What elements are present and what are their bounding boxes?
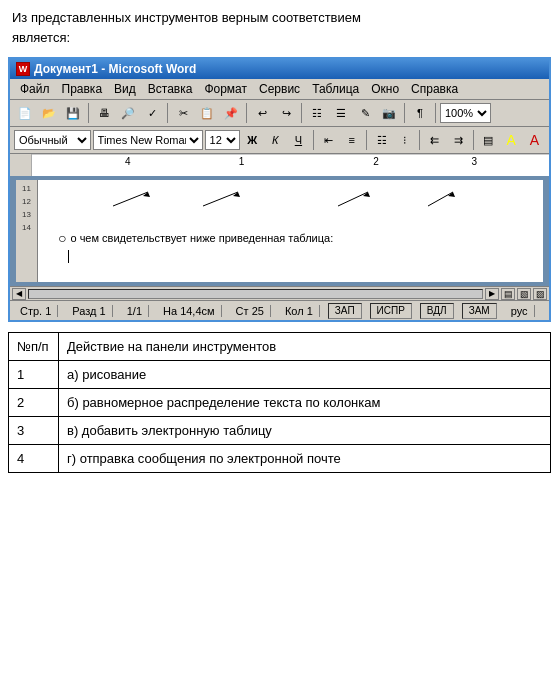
highlight-btn[interactable]: A <box>501 129 522 151</box>
page-view-btn[interactable]: ▤ <box>501 288 515 300</box>
size-select[interactable]: 12 <box>205 130 240 150</box>
sep4 <box>301 103 302 123</box>
sep1 <box>88 103 89 123</box>
sep2 <box>167 103 168 123</box>
sep7 <box>313 130 314 150</box>
save-button[interactable]: 💾 <box>62 102 84 124</box>
pilcrow-btn[interactable]: ¶ <box>409 102 431 124</box>
status-lang: рус <box>505 305 535 317</box>
svg-line-2 <box>203 192 238 206</box>
sep3 <box>246 103 247 123</box>
menu-insert[interactable]: Вставка <box>142 81 199 97</box>
answer-table: №п/п Действие на панели инструментов 1 а… <box>8 332 551 473</box>
word-doc-area: 11 12 13 14 <box>10 176 549 286</box>
copy-button[interactable]: 📋 <box>196 102 218 124</box>
paste-button[interactable]: 📌 <box>220 102 242 124</box>
doc-map-btn[interactable]: 📷 <box>378 102 400 124</box>
ruler-ann-2: 2 <box>373 156 379 167</box>
decrease-indent-btn[interactable]: ⇇ <box>424 129 445 151</box>
status-track-btn[interactable]: ИСПР <box>370 303 412 319</box>
word-statusbar: Стр. 1 Разд 1 1/1 На 14,4см Ст 25 Кол 1 … <box>10 300 549 320</box>
row2-num: 2 <box>9 389 59 417</box>
sep6 <box>435 103 436 123</box>
cursor-line <box>68 248 523 263</box>
word-page[interactable]: ○ о чем свидетельствует ниже приведенная… <box>38 180 543 282</box>
increase-indent-btn[interactable]: ⇉ <box>447 129 468 151</box>
status-position: На 14,4см <box>157 305 222 317</box>
word-icon: W <box>16 62 30 76</box>
border-btn[interactable]: ▤ <box>478 129 499 151</box>
ruler-ann-3: 3 <box>471 156 477 167</box>
intro-line2: является: <box>12 30 70 45</box>
word-toolbar1: 📄 📂 💾 🖶 🔎 ✓ ✂ 📋 📌 ↩ ↪ ☷ ☰ ✎ 📷 ¶ 100% <box>10 100 549 127</box>
cut-button[interactable]: ✂ <box>172 102 194 124</box>
intro-text: Из представленных инструментов верным со… <box>0 0 559 57</box>
menu-tools[interactable]: Сервис <box>253 81 306 97</box>
word-title: Документ1 - Microsoft Word <box>34 62 196 76</box>
normal-view-btn[interactable]: ▨ <box>533 288 547 300</box>
header-num: №п/п <box>9 333 59 361</box>
undo-button[interactable]: ↩ <box>251 102 273 124</box>
align-center-btn[interactable]: ≡ <box>341 129 362 151</box>
word-window: W Документ1 - Microsoft Word Файл Правка… <box>8 57 551 322</box>
print-button[interactable]: 🖶 <box>93 102 115 124</box>
arrow-svg <box>58 188 523 210</box>
scrollbar-track[interactable] <box>28 289 483 299</box>
redo-button[interactable]: ↪ <box>275 102 297 124</box>
line-num-11: 11 <box>22 184 31 193</box>
word-sidebar: 11 12 13 14 <box>16 180 38 282</box>
font-select[interactable]: Times New Roman <box>93 130 203 150</box>
row3-action: в) добавить электронную таблицу <box>59 417 551 445</box>
open-button[interactable]: 📂 <box>38 102 60 124</box>
menu-edit[interactable]: Правка <box>56 81 109 97</box>
status-rec-btn[interactable]: ЗАП <box>328 303 362 319</box>
menu-format[interactable]: Формат <box>198 81 253 97</box>
header-action: Действие на панели инструментов <box>59 333 551 361</box>
sep10 <box>473 130 474 150</box>
style-select[interactable]: Обычный <box>14 130 91 150</box>
menu-view[interactable]: Вид <box>108 81 142 97</box>
ruler-ann-4: 4 <box>125 156 131 167</box>
row2-action: б) равномерное распределение текста по к… <box>59 389 551 417</box>
table-row: 1 а) рисование <box>9 361 551 389</box>
text-cursor <box>68 250 69 263</box>
row1-num: 1 <box>9 361 59 389</box>
menu-file[interactable]: Файл <box>14 81 56 97</box>
table-header-row: №п/п Действие на панели инструментов <box>9 333 551 361</box>
align-left-btn[interactable]: ⇤ <box>318 129 339 151</box>
new-button[interactable]: 📄 <box>14 102 36 124</box>
ruler-track: 4 1 2 3 <box>32 154 549 176</box>
list-bullet-btn[interactable]: ⁝ <box>394 129 415 151</box>
sep5 <box>404 103 405 123</box>
zoom-select[interactable]: 100% <box>440 103 491 123</box>
scroll-left-btn[interactable]: ◀ <box>12 288 26 300</box>
menu-help[interactable]: Справка <box>405 81 464 97</box>
menu-window[interactable]: Окно <box>365 81 405 97</box>
status-section: Разд 1 <box>66 305 112 317</box>
word-titlebar: W Документ1 - Microsoft Word <box>10 59 549 79</box>
font-color-btn[interactable]: A <box>524 129 545 151</box>
row4-action: г) отправка сообщения по электронной поч… <box>59 445 551 473</box>
bold-button[interactable]: Ж <box>242 129 263 151</box>
line-num-14: 14 <box>22 223 31 232</box>
row4-num: 4 <box>9 445 59 473</box>
columns-btn[interactable]: ☰ <box>330 102 352 124</box>
italic-button[interactable]: К <box>265 129 286 151</box>
arrow-annotations <box>58 188 523 210</box>
sep8 <box>366 130 367 150</box>
underline-button[interactable]: Ч <box>288 129 309 151</box>
outline-view-btn[interactable]: ▧ <box>517 288 531 300</box>
scroll-right-btn[interactable]: ▶ <box>485 288 499 300</box>
spellcheck-button[interactable]: ✓ <box>141 102 163 124</box>
list-num-btn[interactable]: ☷ <box>371 129 392 151</box>
radio-symbol: ○ <box>58 230 66 246</box>
table-btn[interactable]: ☷ <box>306 102 328 124</box>
status-ovr-btn[interactable]: ЗАМ <box>462 303 497 319</box>
menu-table[interactable]: Таблица <box>306 81 365 97</box>
word-ruler: 4 1 2 3 <box>10 154 549 176</box>
drawing-btn[interactable]: ✎ <box>354 102 376 124</box>
line-num-12: 12 <box>22 197 31 206</box>
word-menubar: Файл Правка Вид Вставка Формат Сервис Та… <box>10 79 549 100</box>
status-ext-btn[interactable]: ВДЛ <box>420 303 454 319</box>
print-preview-button[interactable]: 🔎 <box>117 102 139 124</box>
